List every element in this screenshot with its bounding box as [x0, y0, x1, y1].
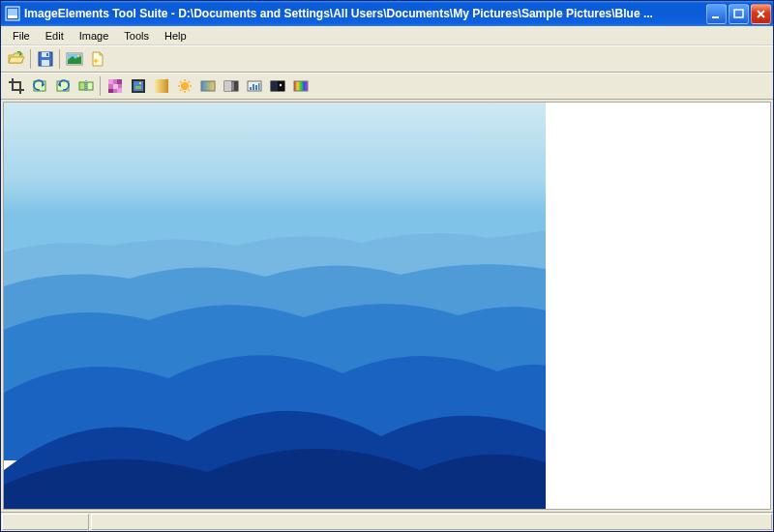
toolbar-main	[1, 45, 773, 73]
open-button[interactable]	[5, 48, 27, 70]
menu-edit[interactable]: Edit	[38, 28, 72, 44]
gradient-h-icon	[200, 78, 216, 94]
save-button[interactable]	[34, 48, 56, 70]
svg-rect-15	[87, 82, 93, 90]
svg-rect-34	[250, 87, 252, 90]
picture-icon	[66, 51, 83, 67]
svg-rect-35	[253, 84, 254, 90]
svg-rect-24	[135, 86, 141, 89]
rotate-left-button[interactable]	[28, 75, 50, 97]
pixelate-icon	[107, 78, 123, 94]
svg-rect-20	[108, 89, 113, 93]
window-controls	[706, 4, 771, 24]
svg-rect-2	[8, 15, 17, 18]
window-title: ImageElements Tool Suite - D:\Documents …	[24, 7, 706, 20]
crop-button[interactable]	[5, 75, 27, 97]
hue-rainbow-icon	[293, 78, 309, 94]
svg-rect-4	[734, 10, 743, 17]
levels-button[interactable]	[243, 75, 265, 97]
brightness-button[interactable]	[150, 75, 172, 97]
svg-rect-36	[255, 85, 257, 90]
svg-rect-39	[271, 81, 278, 91]
menu-help[interactable]: Help	[157, 28, 194, 44]
minimize-button[interactable]	[706, 4, 727, 24]
sun-effect-button[interactable]	[173, 75, 195, 97]
svg-rect-32	[234, 81, 238, 91]
svg-rect-37	[258, 83, 260, 90]
maximize-button[interactable]	[729, 4, 749, 24]
document-sparkle-icon	[90, 51, 105, 67]
toolbar-separator	[59, 49, 60, 69]
floppy-disk-icon	[38, 51, 53, 67]
grayscale-icon	[223, 78, 239, 94]
app-icon	[5, 6, 20, 21]
svg-rect-29	[201, 81, 215, 91]
svg-rect-8	[46, 53, 48, 56]
pixelate-button[interactable]	[104, 75, 126, 97]
status-cell-1	[2, 514, 89, 530]
levels-icon	[247, 78, 262, 94]
toolbar-tools	[1, 73, 773, 100]
image-canvas[interactable]	[3, 102, 771, 510]
rotate-left-icon	[32, 78, 47, 94]
svg-rect-27	[155, 79, 168, 93]
border-button[interactable]	[127, 75, 149, 97]
rotate-right-button[interactable]	[51, 75, 74, 97]
gradient-button[interactable]	[196, 75, 219, 97]
sun-icon	[177, 78, 193, 94]
rotate-right-icon	[55, 78, 71, 94]
toolbar-separator	[100, 76, 101, 96]
image-preview-button[interactable]	[63, 48, 85, 70]
app-window: ImageElements Tool Suite - D:\Documents …	[0, 0, 774, 532]
svg-point-11	[76, 55, 79, 58]
menu-file[interactable]: File	[5, 28, 38, 44]
status-cell-2	[91, 514, 772, 530]
svg-point-28	[181, 82, 189, 90]
brightness-icon	[154, 78, 169, 94]
svg-rect-21	[117, 88, 122, 93]
flip-button[interactable]	[74, 75, 97, 97]
invert-icon	[270, 78, 285, 94]
crop-icon	[9, 78, 24, 94]
toolbar-separator	[30, 49, 31, 69]
border-frame-icon	[131, 78, 146, 94]
svg-rect-31	[224, 81, 231, 91]
titlebar: ImageElements Tool Suite - D:\Documents …	[1, 1, 773, 26]
menubar: File Edit Image Tools Help	[1, 26, 773, 45]
menu-tools[interactable]: Tools	[116, 28, 157, 44]
invert-button[interactable]	[266, 75, 288, 97]
grayscale-button[interactable]	[220, 75, 242, 97]
statusbar	[1, 512, 773, 531]
svg-rect-18	[117, 79, 122, 84]
svg-rect-1	[8, 9, 17, 15]
close-button[interactable]	[751, 4, 771, 24]
svg-rect-3	[712, 16, 719, 18]
svg-rect-17	[108, 79, 113, 84]
svg-rect-41	[294, 81, 308, 91]
svg-rect-7	[42, 60, 49, 66]
flip-icon	[78, 78, 94, 94]
new-document-button[interactable]	[86, 48, 108, 70]
folder-open-icon	[8, 51, 25, 67]
svg-point-25	[138, 82, 140, 84]
svg-rect-14	[79, 82, 85, 90]
hue-button[interactable]	[289, 75, 312, 97]
displayed-image	[4, 103, 546, 509]
menu-image[interactable]: Image	[72, 28, 117, 44]
svg-point-40	[279, 84, 281, 86]
